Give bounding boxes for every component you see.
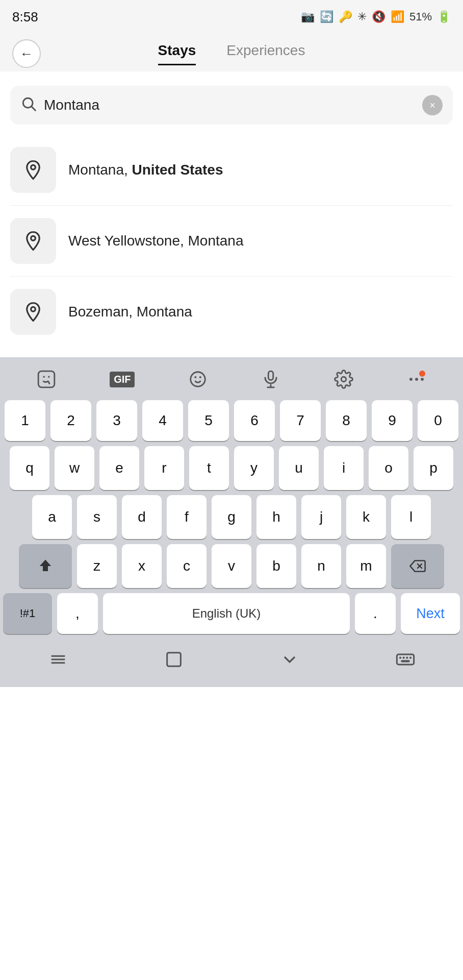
battery-icon: 🔋 — [437, 10, 451, 23]
period-key[interactable]: . — [355, 593, 396, 634]
key-n[interactable]: n — [301, 544, 341, 588]
location-icon-0 — [10, 147, 56, 193]
location-icon-1 — [10, 218, 56, 264]
keyboard-toolbar: GIF — [0, 357, 463, 398]
key-s[interactable]: s — [77, 495, 117, 539]
key-x[interactable]: x — [122, 544, 162, 588]
status-icons: 📷 🔄 🔑 ✳ 🔇 📶 51% 🔋 — [301, 10, 451, 23]
tab-bar: Stays Experiences — [41, 42, 422, 65]
key-m[interactable]: m — [346, 544, 386, 588]
svg-point-4 — [31, 307, 36, 311]
svg-rect-22 — [397, 654, 414, 665]
result-item[interactable]: Montana, United States — [10, 135, 453, 206]
key-h[interactable]: h — [256, 495, 296, 539]
svg-point-3 — [31, 236, 36, 240]
nav-back-button[interactable] — [33, 644, 84, 679]
header: ← Stays Experiences — [0, 31, 463, 71]
svg-line-1 — [32, 107, 35, 110]
key-9[interactable]: 9 — [372, 400, 413, 441]
nav-recent-button[interactable] — [264, 644, 315, 679]
key-w[interactable]: w — [55, 446, 94, 490]
key-6[interactable]: 6 — [234, 400, 275, 441]
key-e[interactable]: e — [99, 446, 139, 490]
key-y[interactable]: y — [234, 446, 274, 490]
result-item[interactable]: Bozeman, Montana — [10, 277, 453, 347]
bottom-nav — [0, 641, 463, 687]
comma-key[interactable]: , — [57, 593, 98, 634]
space-key[interactable]: English (UK) — [103, 593, 350, 634]
search-area: Montana × — [0, 74, 463, 125]
symbols-key[interactable]: !#1 — [3, 593, 52, 634]
mic-key[interactable] — [261, 370, 280, 389]
backspace-key[interactable] — [391, 544, 444, 588]
search-icon — [20, 95, 37, 115]
location-icon-2 — [10, 289, 56, 335]
search-input[interactable]: Montana — [44, 97, 415, 113]
key-b[interactable]: b — [256, 544, 296, 588]
settings-key[interactable] — [334, 370, 353, 389]
more-key[interactable] — [407, 370, 426, 389]
key-i[interactable]: i — [324, 446, 364, 490]
signal-icon: 📶 — [391, 10, 404, 23]
key-p[interactable]: p — [414, 446, 453, 490]
svg-rect-5 — [39, 371, 55, 387]
svg-point-14 — [415, 378, 418, 381]
bluetooth-icon: ✳ — [357, 10, 367, 23]
key-o[interactable]: o — [369, 446, 408, 490]
key-5[interactable]: 5 — [188, 400, 229, 441]
sim-icon: 🔄 — [320, 10, 333, 23]
key-7[interactable]: 7 — [280, 400, 321, 441]
battery-text: 51% — [409, 10, 432, 23]
key-c[interactable]: c — [167, 544, 207, 588]
key-4[interactable]: 4 — [142, 400, 183, 441]
shift-key[interactable] — [19, 544, 72, 588]
svg-point-15 — [421, 378, 424, 381]
nav-home-button[interactable] — [148, 644, 199, 679]
sticker-key[interactable] — [37, 370, 56, 389]
number-row: 1 2 3 4 5 6 7 8 9 0 — [3, 400, 460, 441]
key-v[interactable]: v — [212, 544, 251, 588]
result-text-2: Bozeman, Montana — [68, 304, 192, 320]
key-k[interactable]: k — [346, 495, 386, 539]
key-f[interactable]: f — [167, 495, 207, 539]
emoji-key[interactable] — [188, 370, 208, 389]
result-text-1: West Yellowstone, Montana — [68, 233, 243, 249]
svg-point-2 — [31, 165, 36, 169]
key-z[interactable]: z — [77, 544, 117, 588]
key-icon: 🔑 — [339, 10, 352, 23]
svg-point-12 — [341, 377, 346, 382]
result-item[interactable]: West Yellowstone, Montana — [10, 206, 453, 277]
key-d[interactable]: d — [122, 495, 162, 539]
mute-icon: 🔇 — [372, 10, 385, 23]
key-q[interactable]: q — [10, 446, 49, 490]
svg-rect-21 — [167, 652, 181, 666]
key-g[interactable]: g — [212, 495, 251, 539]
keyboard-rows: 1 2 3 4 5 6 7 8 9 0 q w e r t y u i o p … — [0, 398, 463, 641]
zxcv-row: z x c v b n m — [3, 544, 460, 588]
key-a[interactable]: a — [32, 495, 72, 539]
bottom-row: !#1 , English (UK) . Next — [3, 593, 460, 634]
key-l[interactable]: l — [391, 495, 431, 539]
keyboard: GIF — [0, 357, 463, 687]
svg-point-13 — [409, 378, 413, 381]
tab-stays[interactable]: Stays — [158, 42, 196, 65]
key-0[interactable]: 0 — [418, 400, 458, 441]
nav-keyboard-button[interactable] — [380, 644, 431, 679]
result-text-0: Montana, United States — [68, 162, 223, 178]
key-u[interactable]: u — [279, 446, 319, 490]
back-button[interactable]: ← — [12, 39, 41, 68]
gif-key[interactable]: GIF — [110, 372, 135, 387]
tab-experiences[interactable]: Experiences — [226, 42, 305, 65]
key-t[interactable]: t — [189, 446, 229, 490]
key-3[interactable]: 3 — [96, 400, 137, 441]
status-time: 8:58 — [12, 9, 38, 25]
key-r[interactable]: r — [144, 446, 184, 490]
key-2[interactable]: 2 — [50, 400, 91, 441]
key-1[interactable]: 1 — [5, 400, 45, 441]
status-bar: 8:58 📷 🔄 🔑 ✳ 🔇 📶 51% 🔋 — [0, 0, 463, 31]
key-j[interactable]: j — [301, 495, 341, 539]
key-8[interactable]: 8 — [326, 400, 367, 441]
search-box: Montana × — [10, 86, 453, 125]
clear-button[interactable]: × — [422, 95, 443, 115]
next-key[interactable]: Next — [401, 593, 460, 634]
